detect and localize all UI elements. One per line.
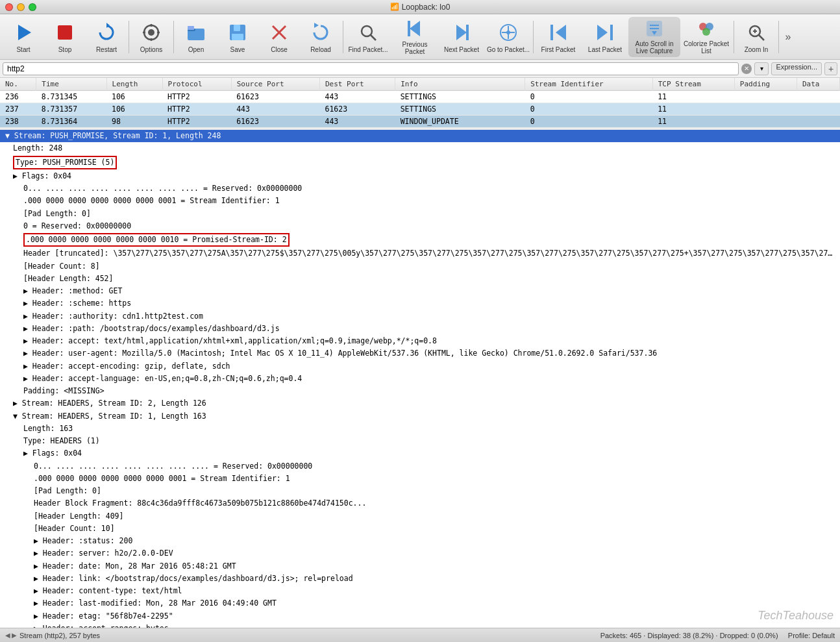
next-packet-button[interactable]: Next Packet <box>438 17 485 57</box>
stream-section-header[interactable]: ▼ Stream: PUSH_PROMISE, Stream ID: 1, Le… <box>0 130 840 142</box>
reload-icon <box>309 21 332 44</box>
window-controls[interactable] <box>5 3 36 11</box>
detail-line[interactable]: ▶ Header: :authority: cdn1.http2test.com <box>0 310 840 323</box>
reload-button[interactable]: Reload <box>300 17 341 57</box>
detail-line[interactable]: ▶ Stream: HEADERS, Stream ID: 2, Length … <box>0 397 840 410</box>
detail-line[interactable]: ▶ Header: accept: text/html,application/… <box>0 335 840 347</box>
col-length[interactable]: Length <box>106 78 162 91</box>
col-protocol[interactable]: Protocol <box>162 78 231 91</box>
svg-marker-22 <box>456 25 467 40</box>
auto-scroll-label: Auto Scroll in Live Capture <box>630 40 679 55</box>
detail-line[interactable]: [Header Length: 452] <box>0 273 840 285</box>
find-packet-label: Find Packet... <box>348 46 388 53</box>
svg-marker-0 <box>18 25 31 40</box>
options-button[interactable]: Options <box>130 17 172 57</box>
detail-line[interactable]: 0... .... .... .... .... .... .... .... … <box>0 460 840 473</box>
detail-line[interactable]: Header [truncated]: \357\277\275\357\277… <box>0 247 840 260</box>
detail-line[interactable]: ▶ Flags: 0x04 <box>0 447 840 460</box>
detail-line[interactable]: ▶ Header: last-modified: Mon, 28 Mar 201… <box>0 597 840 610</box>
first-packet-button[interactable]: First Packet <box>535 17 582 57</box>
packet-table-header: No. Time Length Protocol Source Port Des… <box>0 78 840 91</box>
detail-line[interactable]: [Header Count: 8] <box>0 260 840 273</box>
detail-line[interactable]: [Header Length: 409] <box>0 510 840 523</box>
col-no[interactable]: No. <box>0 78 36 91</box>
detail-line[interactable]: ▶ Flags: 0x04 <box>0 170 840 182</box>
zoom-in-button[interactable]: Zoom In <box>735 17 777 57</box>
detail-line[interactable]: Header Block Fragment: 88c4c36da9fff8c46… <box>0 497 840 510</box>
save-button[interactable]: Save <box>217 17 258 57</box>
close-button[interactable]: Close <box>258 17 300 57</box>
detail-line[interactable]: [Header Count: 10] <box>0 523 840 535</box>
maximize-window-button[interactable] <box>29 3 36 11</box>
table-row[interactable]: 237 8.731357 106 HTTP2 443 61623 SETTING… <box>0 103 840 116</box>
detail-line[interactable]: .000 0000 0000 0000 0000 0000 0010 = Pro… <box>0 232 840 247</box>
first-packet-label: First Packet <box>541 46 576 53</box>
detail-line[interactable]: 0 = Reserved: 0x00000000 <box>0 220 840 232</box>
open-button[interactable]: Open <box>175 17 217 57</box>
start-button[interactable]: Start <box>3 17 44 57</box>
minimize-window-button[interactable] <box>17 3 25 11</box>
separator-2 <box>173 21 174 53</box>
detail-line[interactable]: Padding: <MISSING> <box>0 385 840 397</box>
colorize-button[interactable]: Colorize Packet List <box>680 17 732 57</box>
detail-line[interactable]: ▶ Header: server: h2o/2.0.0-DEV <box>0 547 840 560</box>
col-stream-id[interactable]: Stream Identifier <box>525 78 653 91</box>
detail-line[interactable]: ▶ Header: :path: /bootstrap/docs/example… <box>0 323 840 335</box>
col-dst-port[interactable]: Dest Port <box>319 78 395 91</box>
detail-line[interactable]: Length: 163 <box>0 423 840 435</box>
detail-line[interactable]: Type: HEADERS (1) <box>0 435 840 447</box>
separator-5 <box>734 21 734 53</box>
detail-line[interactable]: .000 0000 0000 0000 0000 0000 0001 = Str… <box>0 195 840 207</box>
detail-line[interactable]: Length: 248 <box>0 142 840 154</box>
detail-line[interactable]: .000 0000 0000 0000 0000 0000 0001 = Str… <box>0 473 840 485</box>
detail-line[interactable]: ▶ Header: user-agent: Mozilla/5.0 (Macin… <box>0 347 840 360</box>
detail-line[interactable]: 0... .... .... .... .... .... .... .... … <box>0 182 840 195</box>
col-data[interactable]: Data <box>797 78 839 91</box>
detail-line[interactable]: ▶ Header: accept-language: en-US,en;q=0.… <box>0 373 840 385</box>
restart-button[interactable]: Restart <box>86 17 127 57</box>
previous-packet-button[interactable]: Previous Packet <box>391 17 438 57</box>
detail-line[interactable]: ▶ Header: accept-ranges: bytes <box>0 623 840 628</box>
col-src-port[interactable]: Source Port <box>231 78 319 91</box>
filter-add-button[interactable]: + <box>824 62 837 75</box>
table-row[interactable]: 236 8.731345 106 HTTP2 61623 443 SETTING… <box>0 91 840 103</box>
detail-line[interactable]: [Pad Length: 0] <box>0 485 840 497</box>
detail-line[interactable]: ▶ Header: etag: "56f8b7e4-2295" <box>0 610 840 623</box>
col-time[interactable]: Time <box>36 78 106 91</box>
svg-line-19 <box>371 35 376 40</box>
stop-button[interactable]: Stop <box>44 17 86 57</box>
col-info[interactable]: Info <box>395 78 525 91</box>
auto-scroll-button[interactable]: Auto Scroll in Live Capture <box>628 17 680 57</box>
svg-line-42 <box>759 35 764 40</box>
table-row[interactable]: 238 8.731364 98 HTTP2 61623 443 WINDOW_U… <box>0 116 840 128</box>
detail-line[interactable]: ▶ Header: :scheme: https <box>0 297 840 310</box>
detail-line[interactable]: [Pad Length: 0] <box>0 208 840 220</box>
detail-line[interactable]: ▶ Header: link: </bootstrap/docs/example… <box>0 573 840 585</box>
last-packet-button[interactable]: Last Packet <box>582 17 628 57</box>
filter-arrow-button[interactable]: ▾ <box>754 62 769 75</box>
status-icon-right: ▶ <box>12 632 17 639</box>
col-padding[interactable]: Padding <box>734 78 797 91</box>
goto-packet-label: Go to Packet... <box>487 46 530 53</box>
detail-section: ▼ Stream: PUSH_PROMISE, Stream ID: 1, Le… <box>0 130 840 628</box>
filter-input[interactable] <box>3 62 739 75</box>
detail-line[interactable]: Type: PUSH_PROMISE (5) <box>0 155 840 170</box>
promised-stream-id: .000 0000 0000 0000 0000 0000 0010 = Pro… <box>23 233 290 247</box>
filter-expression-button[interactable]: Expression... <box>771 62 822 75</box>
filter-clear-button[interactable]: ✕ <box>741 64 752 74</box>
detail-line[interactable]: ▶ Header: :method: GET <box>0 285 840 297</box>
toolbar: Start Stop Restart Options Open Save <box>0 14 840 60</box>
status-icon-left: ◀ <box>5 632 10 639</box>
goto-packet-button[interactable]: Go to Packet... <box>485 17 532 57</box>
detail-line[interactable]: ▶ Header: :status: 200 <box>0 535 840 547</box>
find-packet-button[interactable]: Find Packet... <box>345 17 391 57</box>
options-label: Options <box>140 46 162 53</box>
filter-bar: ✕ ▾ Expression... + <box>0 60 840 78</box>
detail-line[interactable]: ▶ Header: date: Mon, 28 Mar 2016 05:48:2… <box>0 560 840 573</box>
col-tcp-stream[interactable]: TCP Stream <box>652 78 734 91</box>
more-button[interactable]: » <box>780 17 796 57</box>
detail-line[interactable]: ▶ Header: accept-encoding: gzip, deflate… <box>0 360 840 373</box>
detail-line[interactable]: ▼ Stream: HEADERS, Stream ID: 1, Length … <box>0 410 840 423</box>
detail-line[interactable]: ▶ Header: content-type: text/html <box>0 585 840 597</box>
close-window-button[interactable] <box>5 3 13 11</box>
